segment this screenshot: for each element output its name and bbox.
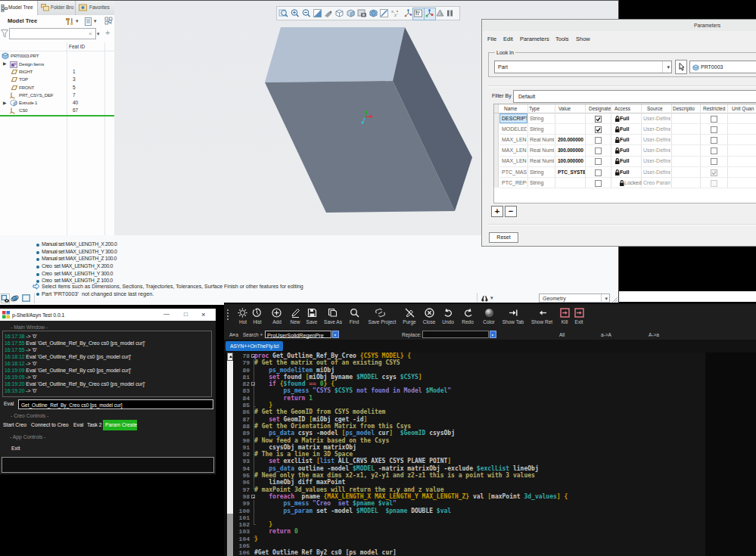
svg-text:zˊ: zˊ bbox=[394, 13, 398, 17]
